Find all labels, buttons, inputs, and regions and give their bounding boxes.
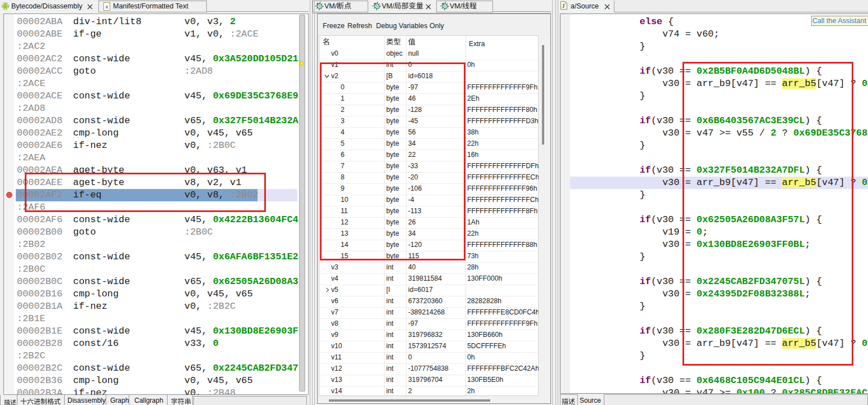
svg-text:J: J xyxy=(562,3,565,9)
